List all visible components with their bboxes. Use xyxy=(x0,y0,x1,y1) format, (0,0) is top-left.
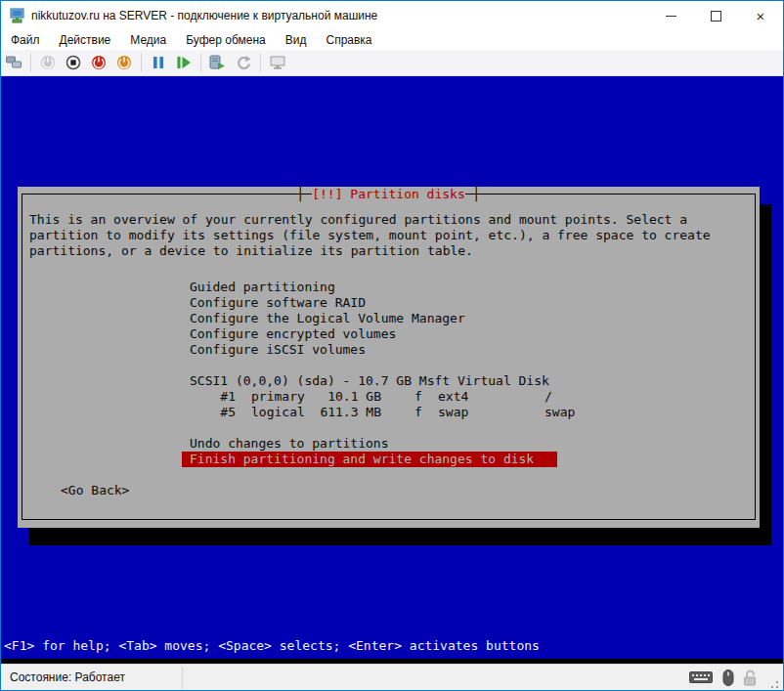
border-tick-right: ├ xyxy=(465,187,481,201)
save-button[interactable] xyxy=(112,51,136,74)
minimize-button[interactable] xyxy=(648,1,693,30)
partition-mount: swap xyxy=(544,405,575,420)
vmconnect-window: nikkutuzov.ru на SERVER - подключение к … xyxy=(0,0,784,691)
save-icon xyxy=(116,55,132,70)
reset-icon xyxy=(176,56,192,69)
intro-line: This is an overview of your currently co… xyxy=(29,212,687,228)
start-icon xyxy=(40,55,56,70)
partition-size: 10.1 GB xyxy=(305,389,381,405)
partition-disks-dialog: ┤ [!!] Partition disks ├ This is an over… xyxy=(18,187,760,528)
toolbar xyxy=(1,50,783,76)
dialog-title: [!!] Partition disks xyxy=(312,187,465,201)
revert-icon xyxy=(236,55,251,70)
close-button[interactable]: × xyxy=(738,1,783,30)
menu-item-iscsi-volumes[interactable]: Configure iSCSI volumes xyxy=(190,342,366,358)
start-button xyxy=(36,51,60,74)
menu-clipboard[interactable]: Буфер обмена xyxy=(176,30,276,50)
partition-mount: / xyxy=(544,389,552,405)
finish-partitioning-item-selected[interactable]: Finish partitioning and write changes to… xyxy=(182,452,557,467)
pause-button[interactable] xyxy=(147,51,170,74)
titlebar: nikkutuzov.ru на SERVER - подключение к … xyxy=(1,1,783,30)
partition-type: logical xyxy=(251,405,305,420)
checkpoint-button[interactable] xyxy=(206,51,230,74)
close-icon: × xyxy=(757,9,765,23)
shut-down-icon xyxy=(91,55,107,70)
shut-down-button[interactable] xyxy=(87,51,110,74)
window-title: nikkutuzov.ru на SERVER - подключение к … xyxy=(31,1,377,30)
menu-help[interactable]: Справка xyxy=(316,30,381,50)
turn-off-icon xyxy=(65,55,81,70)
toolbar-separator xyxy=(260,54,261,71)
ctrl-alt-del-icon xyxy=(6,56,22,69)
toolbar-separator xyxy=(30,54,31,71)
menu-bar: Файл Действие Медиа Буфер обмена Вид Спр… xyxy=(1,30,783,50)
partition-flag: f xyxy=(414,405,422,420)
vm-app-icon xyxy=(10,8,25,23)
intro-line: partition to modify its settings (file s… xyxy=(29,228,711,243)
maximize-icon xyxy=(711,11,721,22)
enhanced-session-icon xyxy=(270,55,286,70)
enhanced-session-button xyxy=(266,51,289,74)
border-tick-left: ┤ xyxy=(297,187,313,201)
partition-fs: swap xyxy=(438,405,484,420)
resize-grip[interactable] xyxy=(768,676,780,688)
menu-item-guided-partitioning[interactable]: Guided partitioning xyxy=(190,280,335,295)
menu-item-lvm[interactable]: Configure the Logical Volume Manager xyxy=(190,311,465,326)
go-back-button[interactable]: <Go Back> xyxy=(61,483,129,498)
menu-file[interactable]: Файл xyxy=(1,30,50,50)
partition-row[interactable]: #5logical611.3 MBfswapswap xyxy=(190,405,575,420)
status-bar: Состояние: Работает xyxy=(1,664,783,691)
partition-size: 611.3 MB xyxy=(305,405,381,420)
minimize-icon xyxy=(666,16,676,17)
turn-off-button[interactable] xyxy=(62,51,85,74)
intro-line: partitions, or a device to initialize it… xyxy=(29,243,473,259)
unlock-status-icon xyxy=(743,669,758,690)
menu-view[interactable]: Вид xyxy=(276,30,317,50)
dialog-title-row: ┤ [!!] Partition disks ├ xyxy=(18,187,760,202)
menu-media[interactable]: Медиа xyxy=(120,30,176,50)
partition-type: primary xyxy=(251,389,305,405)
undo-changes-item[interactable]: Undo changes to partitions xyxy=(190,436,389,452)
checkpoint-icon xyxy=(209,55,227,70)
vm-screen[interactable]: ┤ [!!] Partition disks ├ This is an over… xyxy=(1,76,783,664)
maximize-button[interactable] xyxy=(693,1,738,30)
menu-item-encrypted-volumes[interactable]: Configure encrypted volumes xyxy=(190,326,396,342)
partition-row[interactable]: #1primary10.1 GBfext4/ xyxy=(190,389,552,405)
toolbar-separator xyxy=(200,54,201,71)
partition-number: #1 xyxy=(190,389,236,405)
keyboard-status-icon xyxy=(689,669,713,689)
reset-button[interactable] xyxy=(172,51,196,74)
disk-header[interactable]: SCSI1 (0,0,0) (sda) - 10.7 GB Msft Virtu… xyxy=(190,373,549,389)
partition-number: #5 xyxy=(190,405,236,420)
partition-fs: ext4 xyxy=(438,389,484,405)
revert-button xyxy=(232,51,255,74)
status-separator xyxy=(182,667,183,689)
pause-icon xyxy=(152,56,165,69)
partition-flag: f xyxy=(414,389,422,405)
vm-status-text: Состояние: Работает xyxy=(10,665,125,691)
menu-action[interactable]: Действие xyxy=(50,30,121,50)
menu-item-software-raid[interactable]: Configure software RAID xyxy=(190,295,366,311)
mouse-status-icon xyxy=(722,669,734,690)
toolbar-separator xyxy=(141,54,142,71)
installer-help-line: <F1> for help; <Tab> moves; <Space> sele… xyxy=(4,638,540,654)
ctrl-alt-del-button[interactable] xyxy=(2,51,25,74)
